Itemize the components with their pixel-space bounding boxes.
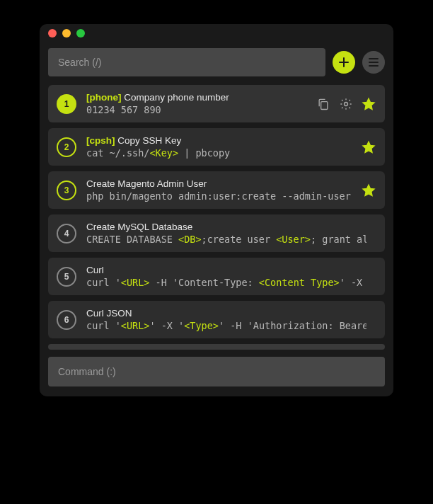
item-title-text: Curl — [86, 265, 104, 275]
item-command: curl '<URL>' -X '<Type>' -H 'Authorizati… — [86, 320, 366, 331]
item-title: Curl JSON — [86, 308, 366, 319]
item-title-text: Create Magento Admin User — [86, 178, 207, 189]
search-input[interactable] — [48, 48, 325, 76]
titlebar — [40, 24, 393, 42]
item-title-text: Company phone number — [124, 92, 229, 103]
list-item[interactable]: 2[cpsh] Copy SSH Keycat ~/.ssh/<Key> | p… — [48, 128, 385, 166]
item-title-text: Create MySQL Database — [86, 222, 192, 232]
list-item[interactable]: 3Create Magento Admin Userphp bin/magent… — [48, 171, 385, 209]
item-title: [cpsh] Copy SSH Key — [86, 135, 351, 146]
item-tag: [cpsh] — [86, 135, 117, 146]
list-item[interactable]: 5Curlcurl '<URL> -H 'Content-Type: <Cont… — [48, 258, 385, 295]
item-index-badge: 4 — [57, 224, 76, 244]
item-command: cat ~/.ssh/<Key> | pbcopy — [86, 147, 351, 159]
item-content: [phone] Company phone number01234 567 89… — [86, 92, 306, 115]
item-actions — [316, 96, 376, 112]
copy-icon[interactable] — [316, 96, 331, 112]
star-icon[interactable] — [361, 183, 376, 198]
item-command: 01234 567 890 — [86, 104, 306, 115]
item-title: Create Magento Admin User — [86, 178, 351, 189]
list-item[interactable]: 4Create MySQL DatabaseCREATE DATABASE <D… — [48, 214, 385, 252]
item-title-text: Curl JSON — [86, 308, 132, 319]
command-bar — [48, 357, 385, 386]
item-index-badge: 2 — [57, 137, 76, 157]
snippet-list: 1[phone] Company phone number01234 567 8… — [40, 85, 393, 338]
svg-rect-0 — [321, 101, 328, 109]
app-window: 1[phone] Company phone number01234 567 8… — [40, 24, 393, 396]
close-icon[interactable] — [48, 29, 57, 38]
item-index-badge: 6 — [57, 310, 76, 330]
item-command: curl '<URL> -H 'Content-Type: <Content T… — [86, 277, 366, 288]
scrollbar[interactable] — [48, 344, 385, 350]
item-content: Create Magento Admin Userphp bin/magento… — [86, 178, 351, 202]
item-actions — [361, 139, 376, 155]
item-actions — [361, 183, 376, 198]
list-item[interactable]: 1[phone] Company phone number01234 567 8… — [48, 85, 385, 122]
item-title: Curl — [86, 265, 366, 275]
item-content: Curlcurl '<URL> -H 'Content-Type: <Conte… — [86, 265, 366, 288]
item-command: php bin/magento admin:user:create --admi… — [86, 190, 351, 202]
maximize-icon[interactable] — [76, 29, 85, 38]
item-index-badge: 5 — [57, 267, 76, 287]
command-input[interactable] — [48, 357, 385, 386]
placeholder-token: <DB> — [178, 234, 202, 245]
add-button[interactable] — [333, 51, 355, 74]
plus-icon — [338, 57, 350, 68]
minimize-icon[interactable] — [62, 29, 71, 38]
item-title: Create MySQL Database — [86, 222, 366, 232]
placeholder-token: <Key> — [149, 147, 178, 159]
item-tag: [phone] — [86, 92, 124, 103]
item-title: [phone] Company phone number — [86, 92, 306, 103]
placeholder-token: <URL> — [121, 320, 150, 331]
item-content: Create MySQL DatabaseCREATE DATABASE <DB… — [86, 222, 366, 245]
item-command: CREATE DATABASE <DB>;create user <User>;… — [86, 234, 366, 245]
item-title-text: Copy SSH Key — [117, 135, 181, 146]
header — [40, 42, 393, 85]
svg-point-1 — [345, 102, 348, 105]
placeholder-token: <URL> — [121, 277, 150, 288]
hamburger-icon — [369, 58, 379, 67]
list-item[interactable]: 6Curl JSONcurl '<URL>' -X '<Type>' -H 'A… — [48, 301, 385, 338]
star-icon[interactable] — [361, 139, 376, 155]
star-icon[interactable] — [361, 96, 376, 112]
placeholder-token: <Type> — [184, 320, 219, 331]
item-index-badge: 1 — [57, 94, 76, 114]
item-index-badge: 3 — [57, 181, 76, 200]
item-content: [cpsh] Copy SSH Keycat ~/.ssh/<Key> | pb… — [86, 135, 351, 159]
placeholder-token: <Content Type> — [259, 277, 340, 288]
menu-button[interactable] — [362, 51, 385, 74]
placeholder-token: <User> — [276, 234, 311, 245]
item-content: Curl JSONcurl '<URL>' -X '<Type>' -H 'Au… — [86, 308, 366, 331]
gear-icon[interactable] — [338, 96, 354, 112]
